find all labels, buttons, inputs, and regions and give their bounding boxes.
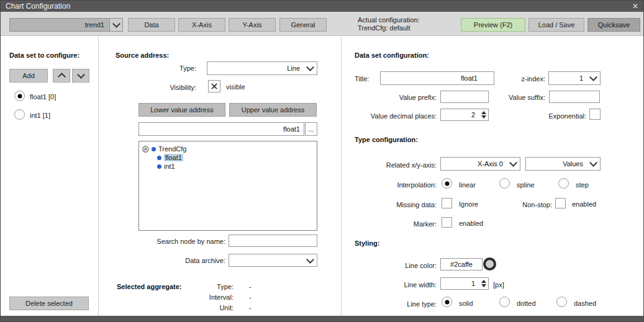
type-dropdown[interactable]: Line <box>207 61 317 75</box>
move-down-button[interactable] <box>72 69 89 83</box>
interpolation-option-label[interactable]: linear <box>459 181 476 189</box>
spinner-arrows-icon[interactable] <box>479 278 488 289</box>
line-type-option-label[interactable]: solid <box>459 300 473 307</box>
node-bullet-icon <box>152 147 156 151</box>
add-dataset-button[interactable]: Add <box>9 69 48 83</box>
aggregate-unit-value: - <box>249 304 252 311</box>
styling-heading: Styling: <box>355 239 379 247</box>
load-save-button[interactable]: Load / Save <box>528 18 584 32</box>
line-color-input[interactable]: #2caffe <box>440 258 483 271</box>
non-stop-checkbox[interactable] <box>555 198 566 208</box>
chevron-down-icon[interactable] <box>587 72 600 84</box>
non-stop-option-label[interactable]: enabled <box>572 200 596 208</box>
dataset-item-label[interactable]: float1 [0] <box>30 93 56 101</box>
z-index-value: 1 <box>549 74 587 82</box>
value-suffix-input[interactable] <box>549 91 600 103</box>
z-index-dropdown[interactable]: 1 <box>548 71 601 85</box>
line-width-unit: [px] <box>493 281 504 288</box>
tab-x-axis[interactable]: X-Axis <box>178 18 225 32</box>
window-bottom-edge <box>1 316 643 321</box>
chevron-down-icon[interactable] <box>304 254 317 266</box>
interpolation-radio-linear[interactable] <box>442 178 452 189</box>
tab-general[interactable]: General <box>279 18 327 32</box>
actual-configuration: Actual configuration: TrendCfg: default <box>358 16 420 32</box>
missing-data-option-label[interactable]: Ignore <box>459 200 478 208</box>
checkmark-x-icon: ✕ <box>210 81 218 92</box>
exponential-checkbox[interactable] <box>589 109 601 120</box>
tree-node-int1[interactable]: int1 <box>139 162 317 171</box>
color-picker-icon[interactable] <box>483 257 496 271</box>
line-type-option-label[interactable]: dotted <box>517 300 536 307</box>
chevron-down-icon[interactable] <box>587 158 600 170</box>
toolbar: trend1 Data X-Axis Y-Axis General Actual… <box>1 12 643 36</box>
visibility-checkbox[interactable]: ✕ <box>208 80 220 92</box>
decimal-places-spinner[interactable]: 2 <box>440 109 489 121</box>
address-tree[interactable]: TrendCfg float1 int1 <box>138 141 317 231</box>
tab-y-axis[interactable]: Y-Axis <box>229 18 276 32</box>
dataset-radio-int1[interactable] <box>14 109 25 120</box>
tree-node-float1[interactable]: float1 <box>139 153 317 162</box>
tab-data[interactable]: Data <box>128 18 175 32</box>
chevron-up-icon <box>58 73 66 81</box>
chevron-down-icon[interactable] <box>304 62 317 74</box>
lower-value-address-button[interactable]: Lower value address <box>138 103 225 117</box>
interpolation-option-label[interactable]: spline <box>517 181 535 189</box>
line-width-label: Line width: <box>364 281 437 288</box>
search-node-label: Search node by name: <box>138 238 225 245</box>
delete-selected-button[interactable]: Delete selected <box>9 297 89 310</box>
line-type-radio-solid[interactable] <box>442 297 452 307</box>
title-bar: Chart Configuration ✕ <box>1 1 643 12</box>
collapse-icon[interactable] <box>142 146 149 153</box>
value-prefix-label: Value prefix: <box>370 94 437 101</box>
selected-aggregate-heading: Selected aggregate: <box>117 283 182 290</box>
quicksave-button[interactable]: Quicksave <box>587 18 640 32</box>
line-type-label: Line type: <box>364 300 437 308</box>
preview-button[interactable]: Preview (F2) <box>461 18 525 32</box>
tree-node-label[interactable]: TrendCfg <box>158 145 186 153</box>
value-prefix-input[interactable] <box>440 91 489 103</box>
panel-separator <box>341 36 342 316</box>
visible-label: visible <box>226 83 245 91</box>
chevron-down-icon[interactable] <box>109 19 122 31</box>
address-value: float1 <box>139 125 304 133</box>
line-width-spinner[interactable]: 1 <box>440 277 489 290</box>
related-y-axis-dropdown[interactable]: Values <box>525 157 601 171</box>
source-address-heading: Source address: <box>116 51 169 59</box>
related-x-axis-dropdown[interactable]: X-Axis 0 <box>440 157 520 171</box>
node-bullet-icon <box>157 164 161 169</box>
trend-select-value: trend1 <box>10 21 109 29</box>
interpolation-option-label[interactable]: step <box>576 181 589 189</box>
line-color-value: #2caffe <box>441 261 482 268</box>
tree-node-root[interactable]: TrendCfg <box>139 145 317 153</box>
address-input[interactable]: float1 <box>138 122 304 136</box>
missing-data-checkbox[interactable] <box>442 198 452 208</box>
window-title: Chart Configuration <box>6 2 70 11</box>
move-up-button[interactable] <box>53 69 70 83</box>
search-node-input[interactable] <box>229 235 317 247</box>
line-type-option-label[interactable]: dashed <box>574 300 596 307</box>
title-input[interactable]: float1 <box>380 71 494 85</box>
dataset-item-label[interactable]: int1 [1] <box>30 112 50 119</box>
decimal-places-value: 2 <box>441 111 479 119</box>
line-type-radio-dotted[interactable] <box>499 297 510 307</box>
close-icon[interactable]: ✕ <box>632 2 638 11</box>
dataset-radio-float1[interactable] <box>14 91 25 101</box>
line-type-radio-dashed[interactable] <box>556 297 567 307</box>
tree-node-label[interactable]: int1 <box>164 163 175 170</box>
browse-address-button[interactable]: ... <box>305 122 317 136</box>
node-bullet-icon <box>157 156 161 160</box>
interpolation-radio-spline[interactable] <box>499 178 510 189</box>
tree-node-label-selected[interactable]: float1 <box>164 154 183 161</box>
marker-option-label[interactable]: enabled <box>459 220 483 227</box>
data-archive-dropdown[interactable] <box>229 254 317 267</box>
trend-select[interactable]: trend1 <box>9 18 123 32</box>
chevron-down-icon[interactable] <box>507 158 520 170</box>
z-index-label: z-index: <box>507 75 545 83</box>
upper-value-address-button[interactable]: Upper value address <box>229 103 317 117</box>
interpolation-label: Interpolation: <box>364 181 437 189</box>
data-archive-label: Data archive: <box>138 257 225 264</box>
marker-checkbox[interactable] <box>442 217 452 228</box>
interpolation-radio-step[interactable] <box>558 178 569 189</box>
dataset-configuration-heading: Data set configuration: <box>355 51 429 59</box>
spinner-arrows-icon[interactable] <box>479 109 488 120</box>
